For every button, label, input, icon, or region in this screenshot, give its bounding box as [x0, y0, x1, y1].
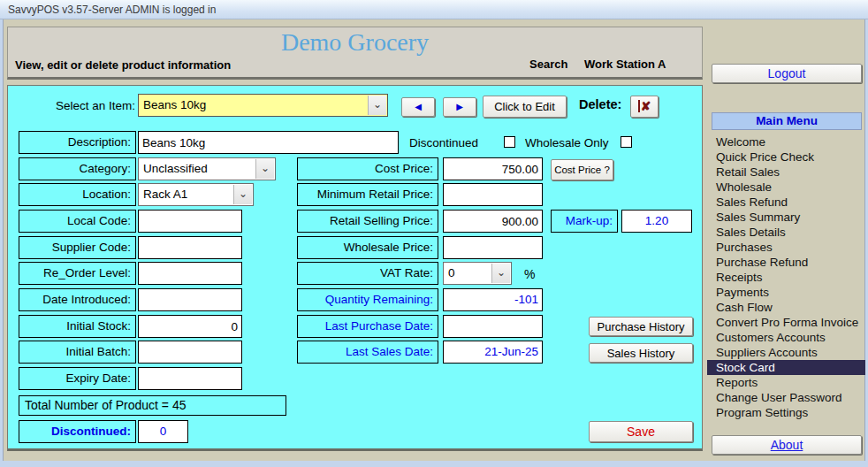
store-name: Demo Grocery: [8, 28, 702, 57]
sidebar-item-convert-pro-forma-invoice[interactable]: Convert Pro Forma Invoice: [707, 315, 865, 330]
sidebar-item-sales-summary[interactable]: Sales Summary: [707, 210, 865, 225]
cost-price-help-label: Cost Price ?: [554, 165, 610, 175]
reorder-level-input[interactable]: [138, 262, 242, 285]
date-introduced-label: Date Introduced:: [19, 288, 136, 311]
discontinued-count-value: 0: [138, 420, 188, 443]
sidebar-item-suppliers-accounts[interactable]: Suppliers Accounts: [707, 345, 865, 360]
product-form-panel: Select an Item: Beans 10kg ⌄ ◀ ▶ Click t…: [7, 85, 703, 451]
last-sales-date-value: 21-Jun-25: [443, 341, 543, 364]
previous-record-button[interactable]: ◀: [401, 97, 435, 117]
about-button[interactable]: About: [712, 435, 862, 455]
workstation-label: Work Station A: [584, 57, 666, 71]
sidebar-item-cash-flow[interactable]: Cash Flow: [707, 300, 865, 315]
window-title: SavvyPOS v3.57-Server ADMIN is logged in: [8, 4, 216, 16]
category-label: Category:: [19, 157, 136, 180]
min-retail-price-label: Minimum Retail Price:: [297, 183, 438, 206]
cost-price-label: Cost Price:: [297, 157, 438, 180]
date-introduced-input[interactable]: [138, 288, 242, 311]
local-code-label: Local Code:: [19, 210, 136, 233]
delete-record-button[interactable]: ✘: [630, 96, 659, 118]
quantity-remaining-value: -101: [443, 288, 543, 311]
purchase-history-button[interactable]: Purchase History: [589, 317, 693, 336]
expiry-date-label: Expiry Date:: [19, 367, 136, 390]
markup-label: Mark-up:: [551, 210, 618, 233]
right-arrow-icon: ▶: [456, 102, 463, 111]
next-record-button[interactable]: ▶: [443, 97, 476, 117]
save-label: Save: [627, 425, 655, 439]
initial-batch-label: Initial Batch:: [19, 341, 136, 364]
sidebar-item-welcome[interactable]: Welcome: [707, 134, 865, 149]
main-menu-header: Main Menu: [712, 112, 862, 130]
sidebar-item-retail-sales[interactable]: Retail Sales: [707, 165, 865, 180]
sidebar-item-sales-details[interactable]: Sales Details: [707, 225, 865, 240]
delete-label: Delete:: [579, 97, 621, 111]
wholesale-only-checkbox-label: Wholesale Only: [525, 132, 609, 154]
sidebar-item-reports[interactable]: Reports: [707, 375, 865, 390]
expiry-date-input[interactable]: [138, 367, 242, 390]
retail-selling-price-label: Retail Selling Price:: [297, 210, 438, 233]
vat-rate-value: 0: [448, 266, 455, 279]
select-item-value: Beans 10kg: [143, 98, 206, 111]
vat-rate-combobox[interactable]: 0 ⌄: [443, 262, 512, 285]
about-label: About: [771, 438, 803, 452]
sidebar-item-change-user-password[interactable]: Change User Password: [707, 390, 865, 405]
vat-percent-suffix: %: [524, 264, 535, 286]
sidebar-item-wholesale[interactable]: Wholesale: [707, 180, 865, 195]
retail-selling-price-input[interactable]: [443, 210, 543, 233]
vat-rate-label: VAT Rate:: [297, 262, 438, 285]
initial-stock-label: Initial Stock:: [19, 315, 136, 338]
supplier-code-input[interactable]: [138, 236, 242, 259]
initial-batch-input[interactable]: [138, 341, 242, 364]
sidebar-item-sales-refund[interactable]: Sales Refund: [707, 195, 865, 210]
sales-history-label: Sales History: [607, 347, 675, 360]
description-label: Description:: [19, 131, 136, 154]
local-code-input[interactable]: [138, 210, 242, 233]
main-menu-title: Main Menu: [756, 114, 818, 127]
wholesale-price-label: Wholesale Price:: [297, 236, 438, 259]
chevron-down-icon[interactable]: ⌄: [255, 159, 274, 179]
last-sales-date-label: Last Sales Date:: [297, 341, 438, 364]
cost-price-help-button[interactable]: Cost Price ?: [551, 159, 613, 180]
sidebar-item-quick-price-check[interactable]: Quick Price Check: [707, 149, 865, 165]
sidebar-item-customers-accounts[interactable]: Customers Accounts: [707, 330, 865, 345]
chevron-down-icon[interactable]: ⌄: [491, 264, 510, 283]
header-panel: Demo Grocery View, edit or delete produc…: [7, 27, 703, 80]
window-titlebar: SavvyPOS v3.57-Server ADMIN is logged in: [0, 0, 868, 19]
reorder-level-label: Re_Order Level:: [19, 262, 136, 285]
click-to-edit-button[interactable]: Click to Edit: [483, 96, 567, 118]
save-button[interactable]: Save: [589, 421, 693, 442]
markup-value: 1.20: [621, 210, 692, 233]
total-products-box: Total Number of Product = 45: [19, 395, 286, 416]
chevron-down-icon[interactable]: ⌄: [233, 185, 252, 204]
location-combobox[interactable]: Rack A1 ⌄: [138, 183, 254, 206]
initial-stock-input[interactable]: [138, 315, 242, 338]
main-menu-list: Welcome Quick Price Check Retail Sales W…: [707, 134, 865, 420]
location-value: Rack A1: [143, 188, 187, 201]
discontinued-checkbox-label: Discontinued: [409, 132, 478, 154]
delete-record-icon: ✘: [638, 100, 651, 112]
search-label[interactable]: Search: [529, 57, 567, 71]
sidebar-item-purchase-refund[interactable]: Purchase Refund: [707, 255, 865, 270]
sidebar-item-purchases[interactable]: Purchases: [707, 240, 865, 255]
select-item-combobox[interactable]: Beans 10kg ⌄: [138, 94, 388, 117]
category-value: Unclassified: [143, 162, 208, 175]
logout-button[interactable]: Logout: [712, 64, 862, 83]
sidebar-item-program-settings[interactable]: Program Settings: [707, 405, 865, 420]
wholesale-only-checkbox[interactable]: [621, 136, 632, 148]
category-combobox[interactable]: Unclassified ⌄: [138, 157, 276, 180]
supplier-code-label: Supplier Code:: [19, 236, 136, 259]
min-retail-price-input[interactable]: [443, 183, 543, 206]
edit-button-label: Click to Edit: [494, 100, 555, 113]
chevron-down-icon[interactable]: ⌄: [368, 96, 386, 115]
discontinued-checkbox[interactable]: [504, 136, 515, 148]
description-input[interactable]: [138, 131, 399, 154]
sidebar-item-stock-card[interactable]: Stock Card: [707, 360, 865, 375]
last-purchase-date-label: Last Purchase Date:: [297, 315, 438, 338]
cost-price-input[interactable]: [443, 157, 543, 180]
sales-history-button[interactable]: Sales History: [589, 343, 693, 363]
wholesale-price-input[interactable]: [443, 236, 543, 259]
discontinued-count-label: Discontinued:: [19, 420, 136, 443]
select-item-label: Select an Item:: [26, 95, 135, 117]
sidebar-item-receipts[interactable]: Receipts: [707, 270, 865, 285]
sidebar-item-payments[interactable]: Payments: [707, 285, 865, 300]
